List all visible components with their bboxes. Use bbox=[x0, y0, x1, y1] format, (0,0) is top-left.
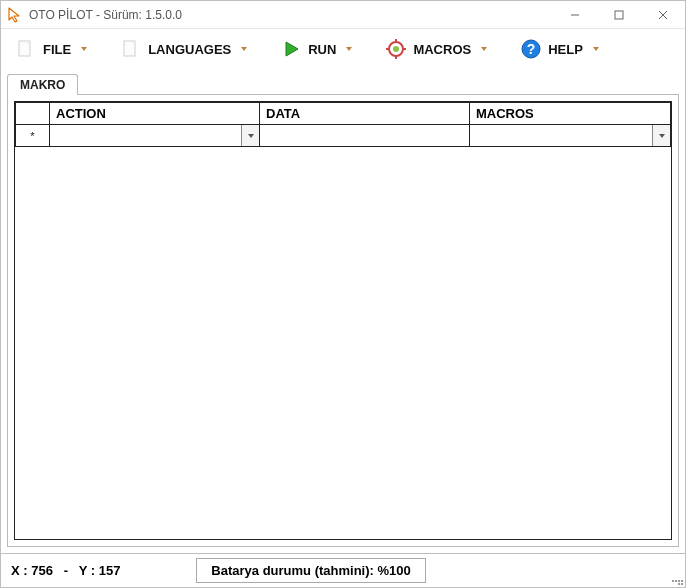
tab-makro[interactable]: MAKRO bbox=[7, 74, 78, 95]
svg-text:?: ? bbox=[527, 41, 536, 57]
svg-point-7 bbox=[393, 46, 399, 52]
play-icon bbox=[280, 38, 302, 60]
battery-status: Batarya durumu (tahmini): %100 bbox=[196, 558, 425, 583]
run-menu-button[interactable]: RUN bbox=[274, 35, 359, 63]
new-row-indicator bbox=[16, 125, 50, 147]
chevron-down-icon bbox=[240, 45, 248, 53]
tabstrip: MAKRO bbox=[1, 71, 685, 95]
macros-menu-button[interactable]: MACROS bbox=[379, 35, 494, 63]
window-controls bbox=[553, 1, 685, 28]
maximize-button[interactable] bbox=[597, 1, 641, 28]
gear-icon bbox=[385, 38, 407, 60]
chevron-down-icon[interactable] bbox=[241, 125, 259, 146]
column-header-data[interactable]: DATA bbox=[260, 103, 470, 125]
file-icon bbox=[120, 38, 142, 60]
column-header-action[interactable]: ACTION bbox=[50, 103, 260, 125]
cursor-app-icon bbox=[7, 7, 23, 23]
chevron-down-icon bbox=[480, 45, 488, 53]
minimize-button[interactable] bbox=[553, 1, 597, 28]
cell-macros[interactable] bbox=[470, 125, 671, 147]
chevron-down-icon bbox=[592, 45, 600, 53]
file-icon bbox=[15, 38, 37, 60]
languages-menu-button[interactable]: LANGUAGES bbox=[114, 35, 254, 63]
close-button[interactable] bbox=[641, 1, 685, 28]
row-header-blank bbox=[16, 103, 50, 125]
app-window: OTO PİLOT - Sürüm: 1.5.0.0 FILE bbox=[0, 0, 686, 588]
cursor-coordinates: X : 756 - Y : 157 bbox=[11, 563, 120, 578]
svg-rect-1 bbox=[615, 11, 623, 19]
chevron-down-icon bbox=[345, 45, 353, 53]
run-label: RUN bbox=[308, 42, 336, 57]
grid-empty-space bbox=[15, 147, 671, 539]
window-title: OTO PİLOT - Sürüm: 1.5.0.0 bbox=[29, 8, 553, 22]
languages-label: LANGUAGES bbox=[148, 42, 231, 57]
statusbar: X : 756 - Y : 157 Batarya durumu (tahmin… bbox=[1, 553, 685, 587]
grid-new-row[interactable] bbox=[16, 125, 671, 147]
chevron-down-icon bbox=[80, 45, 88, 53]
tab-panel-makro: ACTION DATA MACROS bbox=[7, 94, 679, 547]
file-menu-button[interactable]: FILE bbox=[9, 35, 94, 63]
resize-grip[interactable] bbox=[671, 573, 683, 585]
toolbar: FILE LANGUAGES RUN bbox=[1, 29, 685, 69]
macro-grid[interactable]: ACTION DATA MACROS bbox=[14, 101, 672, 540]
column-header-macros[interactable]: MACROS bbox=[470, 103, 671, 125]
chevron-down-icon[interactable] bbox=[652, 125, 670, 146]
titlebar: OTO PİLOT - Sürüm: 1.5.0.0 bbox=[1, 1, 685, 29]
help-icon: ? bbox=[520, 38, 542, 60]
cell-action[interactable] bbox=[50, 125, 260, 147]
macros-label: MACROS bbox=[413, 42, 471, 57]
cell-data[interactable] bbox=[260, 125, 470, 147]
help-label: HELP bbox=[548, 42, 583, 57]
help-menu-button[interactable]: ? HELP bbox=[514, 35, 606, 63]
file-label: FILE bbox=[43, 42, 71, 57]
